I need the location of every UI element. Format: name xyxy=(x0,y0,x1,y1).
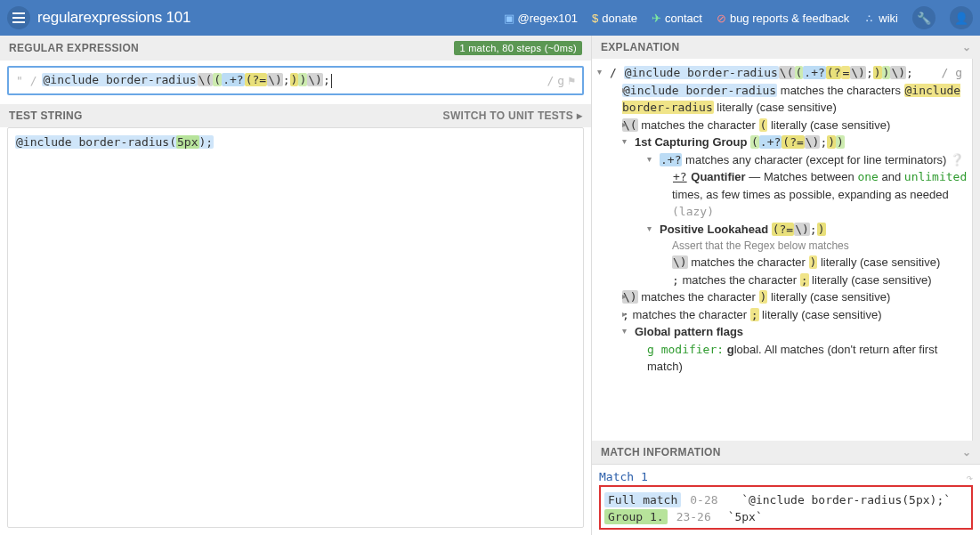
share-icon[interactable]: ↷ xyxy=(966,471,973,484)
caret-icon xyxy=(331,74,332,88)
wrench-icon: 🔧 xyxy=(917,12,931,25)
regex-header: REGULAR EXPRESSION xyxy=(9,42,139,54)
explanation-header: EXPLANATION xyxy=(601,41,679,53)
help-icon[interactable]: ❔ xyxy=(950,153,964,166)
expl-line: @include border-radius matches the chara… xyxy=(622,82,973,117)
bug-icon: ⊘ xyxy=(717,12,726,25)
expl-lookahead[interactable]: Positive Lookahead (?=\);) Assert that t… xyxy=(647,221,973,289)
logo: regularexpressions 101 xyxy=(37,9,190,27)
user-icon: 👤 xyxy=(954,12,968,25)
expl-line: ; matches the character ; literally (cas… xyxy=(622,306,973,324)
match-title: Match 1 xyxy=(599,470,973,483)
send-icon: ✈ xyxy=(652,12,661,25)
link-donate[interactable]: $donate xyxy=(592,12,637,25)
expl-capture-group[interactable]: 1st Capturing Group (.+?(?=\);)) .+? mat… xyxy=(622,134,973,288)
link-twitter[interactable]: ▣@regex101 xyxy=(504,12,578,25)
switch-unit-tests[interactable]: SWITCH TO UNIT TESTS ▸ xyxy=(443,109,582,122)
match-status: 1 match, 80 steps (~0ms) xyxy=(454,41,582,55)
match-row: Full match 0-28 `@include border-radius(… xyxy=(604,492,968,507)
expl-root[interactable]: / @include border-radius\((.+?(?=\);))\)… xyxy=(597,64,973,376)
matchinfo-header: MATCH INFORMATION xyxy=(601,446,721,458)
teststring-header: TEST STRING xyxy=(9,109,83,122)
test-string-input[interactable]: @include border-radius(5px); xyxy=(7,127,584,529)
menu-button[interactable] xyxy=(7,6,30,29)
chevron-down-icon[interactable]: ⌄ xyxy=(962,41,971,53)
expl-line: \( matches the character ( literally (ca… xyxy=(622,117,973,134)
regex-delim: " / xyxy=(16,74,36,87)
flag-icon[interactable]: ⚑ xyxy=(568,74,575,87)
link-bugs[interactable]: ⊘bug reports & feedback xyxy=(717,12,849,25)
wiki-icon: ⛬ xyxy=(863,12,875,25)
link-contact[interactable]: ✈contact xyxy=(652,12,702,25)
regex-flags[interactable]: g xyxy=(557,74,564,87)
user-button[interactable]: 👤 xyxy=(950,6,973,29)
regex-input[interactable]: " / @include border-radius\((.+?(?=\);))… xyxy=(7,66,584,95)
tools-button[interactable]: 🔧 xyxy=(912,6,935,29)
chevron-down-icon[interactable]: ⌄ xyxy=(962,446,971,458)
link-wiki[interactable]: ⛬wiki xyxy=(863,12,898,25)
expl-line: \) matches the character ) literally (ca… xyxy=(622,288,973,306)
dollar-icon: $ xyxy=(592,12,598,25)
match-row: Group 1. 23-26 `5px` xyxy=(604,509,968,524)
hamburger-icon xyxy=(12,12,25,23)
match-results: Full match 0-28 `@include border-radius(… xyxy=(599,485,973,530)
expl-dot[interactable]: .+? matches any character (except for li… xyxy=(647,151,973,221)
twitter-icon: ▣ xyxy=(504,12,514,25)
regex-flags-delim: / xyxy=(547,74,555,87)
expl-global-flags[interactable]: Global pattern flags g modifier: global.… xyxy=(622,323,973,376)
